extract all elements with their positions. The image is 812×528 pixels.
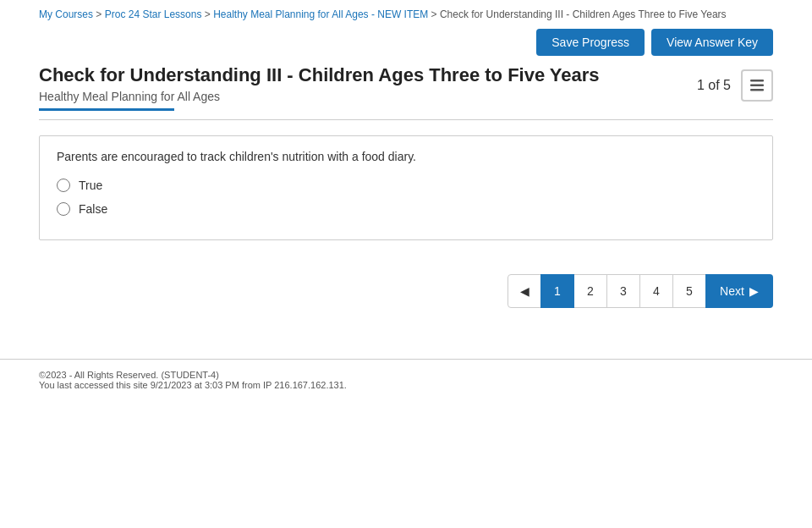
breadcrumb-sep-1: >	[96, 8, 104, 20]
main-content: Check for Understanding III - Children A…	[0, 64, 812, 308]
question-box: Parents are encouraged to track children…	[39, 135, 773, 240]
breadcrumb: My Courses > Proc 24 Star Lessons > Heal…	[0, 0, 812, 25]
quiz-title: Check for Understanding III - Children A…	[39, 64, 600, 86]
breadcrumb-proc24[interactable]: Proc 24 Star Lessons	[105, 8, 202, 20]
pagination: ◀ 1 2 3 4 5 Next ▶	[39, 274, 773, 308]
quiz-subtitle: Healthy Meal Planning for All Ages	[39, 90, 600, 103]
radio-true[interactable]	[57, 179, 70, 192]
svg-rect-1	[750, 85, 764, 87]
breadcrumb-sep-3: >	[431, 8, 440, 20]
quiz-counter: 1 of 5	[697, 78, 731, 93]
title-underline	[39, 108, 174, 111]
save-progress-button[interactable]: Save Progress	[536, 29, 645, 56]
breadcrumb-current: Check for Understanding III - Children A…	[440, 8, 727, 20]
quiz-title-area: Check for Understanding III - Children A…	[39, 64, 600, 111]
list-view-button[interactable]	[741, 69, 773, 102]
footer-line2: You last accessed this site 9/21/2023 at…	[39, 380, 773, 390]
footer: ©2023 - All Rights Reserved. (STUDENT-4)…	[0, 359, 812, 400]
breadcrumb-my-courses[interactable]: My Courses	[39, 8, 93, 20]
footer-line1: ©2023 - All Rights Reserved. (STUDENT-4)	[39, 370, 773, 380]
breadcrumb-sep-2: >	[205, 8, 213, 20]
list-icon	[749, 77, 765, 94]
page-button-4[interactable]: 4	[639, 274, 673, 308]
option-true[interactable]: True	[57, 179, 755, 192]
svg-rect-0	[750, 80, 764, 82]
option-true-label: True	[79, 179, 102, 192]
svg-rect-2	[750, 89, 764, 91]
next-label: Next	[720, 284, 744, 298]
quiz-counter-area: 1 of 5	[697, 69, 773, 102]
toolbar: Save Progress View Answer Key	[0, 25, 812, 64]
page-button-1[interactable]: 1	[540, 274, 574, 308]
radio-false[interactable]	[57, 202, 70, 216]
next-arrow-icon: ▶	[749, 284, 759, 298]
option-false-label: False	[79, 202, 107, 216]
breadcrumb-healthy-meal[interactable]: Healthy Meal Planning for All Ages - NEW…	[213, 8, 428, 20]
next-button[interactable]: Next ▶	[705, 274, 773, 308]
page-button-3[interactable]: 3	[606, 274, 640, 308]
quiz-header: Check for Understanding III - Children A…	[39, 64, 773, 111]
page-button-2[interactable]: 2	[573, 274, 607, 308]
header-divider	[39, 119, 773, 120]
option-false[interactable]: False	[57, 202, 755, 216]
page-button-5[interactable]: 5	[672, 274, 706, 308]
view-answer-key-button[interactable]: View Answer Key	[651, 29, 773, 56]
prev-button[interactable]: ◀	[508, 274, 541, 308]
question-text: Parents are encouraged to track children…	[57, 150, 755, 163]
